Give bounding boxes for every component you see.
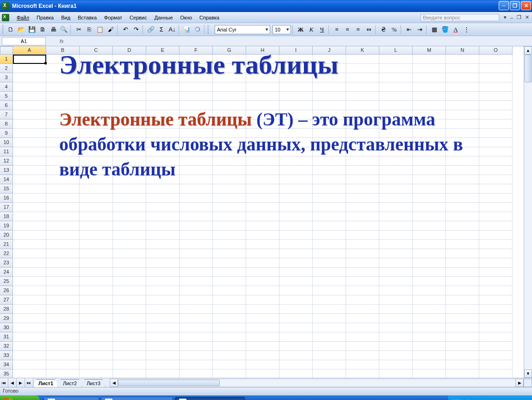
cell[interactable] <box>246 323 279 332</box>
cell[interactable] <box>146 231 179 240</box>
bold-button[interactable]: Ж <box>296 25 306 35</box>
cell[interactable] <box>146 277 179 286</box>
cell[interactable] <box>146 221 179 231</box>
cell[interactable] <box>13 268 46 277</box>
undo-icon[interactable]: ↶ <box>120 25 130 35</box>
cell[interactable] <box>13 231 46 240</box>
cell[interactable] <box>146 305 179 314</box>
chart-wizard-icon[interactable]: 📊 <box>182 25 192 35</box>
cell[interactable] <box>279 360 313 369</box>
cell[interactable] <box>80 231 113 240</box>
row-header-10[interactable]: 10 <box>0 138 13 147</box>
cell[interactable] <box>413 212 446 221</box>
cell[interactable] <box>346 203 379 212</box>
cell[interactable] <box>279 369 313 378</box>
borders-icon[interactable]: ▦ <box>429 25 439 35</box>
cell[interactable] <box>446 184 479 194</box>
cell[interactable] <box>246 277 279 286</box>
cell[interactable] <box>113 277 146 286</box>
cell[interactable] <box>13 314 46 323</box>
cell[interactable] <box>146 323 179 332</box>
cell[interactable] <box>446 314 479 323</box>
percent-icon[interactable]: % <box>389 25 399 35</box>
cell[interactable] <box>413 314 446 323</box>
help-dropdown-icon[interactable]: ▾ <box>503 14 507 20</box>
cell[interactable] <box>413 286 446 295</box>
cell[interactable] <box>146 203 179 212</box>
cell[interactable] <box>46 342 80 351</box>
maximize-button[interactable]: ❐ <box>510 1 520 10</box>
cell[interactable] <box>46 212 80 221</box>
doc-restore-button[interactable]: ❐ <box>516 14 522 20</box>
cell[interactable] <box>80 194 113 203</box>
cell[interactable] <box>479 342 513 351</box>
cell[interactable] <box>479 351 513 360</box>
row-header-3[interactable]: 3 <box>0 73 13 82</box>
cell[interactable] <box>179 231 213 240</box>
open-file-icon[interactable]: 📂 <box>16 25 26 35</box>
cell[interactable] <box>246 342 279 351</box>
cell[interactable] <box>179 351 213 360</box>
cell[interactable] <box>113 240 146 249</box>
cell[interactable] <box>179 314 213 323</box>
cell[interactable] <box>46 184 80 194</box>
cell[interactable] <box>13 138 46 147</box>
cell[interactable] <box>13 129 46 138</box>
cell[interactable] <box>313 221 346 231</box>
cell[interactable] <box>246 305 279 314</box>
cell[interactable] <box>179 286 213 295</box>
cell[interactable] <box>313 194 346 203</box>
cell[interactable] <box>379 268 413 277</box>
cell[interactable] <box>413 221 446 231</box>
cell[interactable] <box>479 240 513 249</box>
cell[interactable] <box>213 351 246 360</box>
cell[interactable] <box>313 212 346 221</box>
vscroll-track[interactable] <box>524 55 532 369</box>
cell[interactable] <box>479 360 513 369</box>
cell[interactable] <box>113 268 146 277</box>
cell[interactable] <box>346 323 379 332</box>
cell[interactable] <box>113 314 146 323</box>
cell[interactable] <box>46 305 80 314</box>
save-icon[interactable]: 💾 <box>27 25 37 35</box>
cell[interactable] <box>179 240 213 249</box>
paste-icon[interactable]: 📋 <box>95 25 105 35</box>
cell[interactable] <box>13 184 46 194</box>
cell[interactable] <box>379 323 413 332</box>
cell[interactable] <box>446 258 479 268</box>
cell[interactable] <box>146 314 179 323</box>
cell[interactable] <box>80 342 113 351</box>
cell[interactable] <box>46 360 80 369</box>
cell[interactable] <box>13 305 46 314</box>
cell[interactable] <box>213 360 246 369</box>
cell[interactable] <box>446 286 479 295</box>
cell[interactable] <box>379 369 413 378</box>
fill-color-icon[interactable]: 🪣 <box>440 25 450 35</box>
cell[interactable] <box>346 221 379 231</box>
cell[interactable] <box>379 360 413 369</box>
cell[interactable] <box>313 295 346 305</box>
cell[interactable] <box>13 258 46 268</box>
cell[interactable] <box>313 203 346 212</box>
cell[interactable] <box>179 369 213 378</box>
cell[interactable] <box>46 369 80 378</box>
cell[interactable] <box>379 351 413 360</box>
cell[interactable] <box>179 360 213 369</box>
cell[interactable] <box>479 369 513 378</box>
increase-indent-icon[interactable]: ⇥ <box>414 25 425 35</box>
cell[interactable] <box>246 249 279 258</box>
cell[interactable] <box>379 295 413 305</box>
cell[interactable] <box>279 295 313 305</box>
doc-minimize-button[interactable]: – <box>509 15 514 20</box>
align-right-icon[interactable]: ≡ <box>353 25 363 35</box>
cell[interactable] <box>13 64 46 73</box>
cell[interactable] <box>413 277 446 286</box>
cell[interactable] <box>213 323 246 332</box>
row-header-6[interactable]: 6 <box>0 101 13 110</box>
align-center-icon[interactable]: ≡ <box>342 25 353 35</box>
row-header-7[interactable]: 7 <box>0 110 13 119</box>
cell[interactable] <box>13 249 46 258</box>
cell[interactable] <box>80 258 113 268</box>
cell[interactable] <box>13 286 46 295</box>
cell[interactable] <box>46 268 80 277</box>
